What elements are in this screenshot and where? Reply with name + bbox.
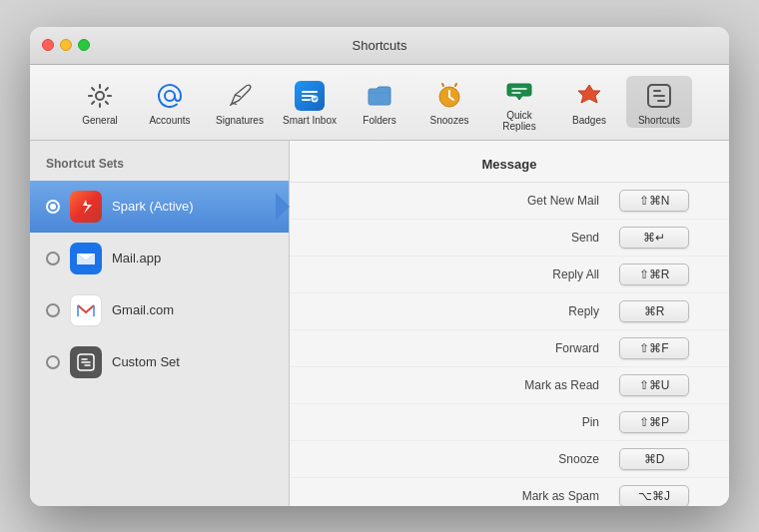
spark-app-icon bbox=[70, 191, 102, 223]
mailapp-app-icon bbox=[70, 243, 102, 274]
at-icon bbox=[154, 80, 186, 112]
shortcut-name: Pin bbox=[370, 415, 619, 429]
svg-point-2 bbox=[312, 96, 319, 103]
shortcut-row[interactable]: Get New Mail⇧⌘N bbox=[290, 183, 729, 220]
radio-mailapp[interactable] bbox=[46, 252, 60, 266]
shortcut-name: Reply bbox=[370, 304, 619, 318]
gmail-label: Gmail.com bbox=[112, 302, 174, 317]
shortcut-key[interactable]: ⇧⌘R bbox=[619, 264, 689, 285]
sidebar-item-spark[interactable]: Spark (Active) bbox=[30, 181, 289, 233]
minimize-button[interactable] bbox=[60, 39, 72, 51]
sidebar-item-custom[interactable]: Custom Set bbox=[30, 336, 289, 388]
toolbar-item-accounts[interactable]: Accounts bbox=[137, 76, 203, 128]
toolbar-item-quickreplies[interactable]: Quick Replies bbox=[486, 71, 552, 134]
shortcut-key[interactable]: ⌘D bbox=[619, 448, 689, 470]
radio-gmail[interactable] bbox=[46, 303, 60, 317]
shortcut-name: Snooze bbox=[370, 452, 619, 466]
badges-icon bbox=[573, 80, 605, 112]
traffic-lights bbox=[42, 39, 90, 51]
radio-custom[interactable] bbox=[46, 355, 60, 369]
window-title: Shortcuts bbox=[353, 38, 407, 53]
toolbar-label-folders: Folders bbox=[363, 115, 395, 126]
titlebar: Shortcuts bbox=[30, 27, 729, 65]
pen-icon bbox=[224, 80, 256, 112]
gear-icon bbox=[84, 80, 116, 112]
shortcut-row[interactable]: Mark as Spam⌥⌘J bbox=[290, 478, 729, 506]
toolbar-label-snoozes: Snoozes bbox=[430, 115, 469, 126]
toolbar-item-signatures[interactable]: Signatures bbox=[207, 76, 273, 128]
radio-spark[interactable] bbox=[46, 200, 60, 214]
shortcuts-list: Get New Mail⇧⌘NSend⌘↵Reply All⇧⌘RReply⌘R… bbox=[290, 183, 729, 506]
shortcut-row[interactable]: Snooze⌘D bbox=[290, 441, 729, 478]
toolbar-label-quickreplies: Quick Replies bbox=[490, 110, 548, 132]
shortcut-row[interactable]: Mark as Read⇧⌘U bbox=[290, 367, 729, 404]
spark-label: Spark (Active) bbox=[112, 199, 194, 214]
toolbar-label-smartinbox: Smart Inbox bbox=[283, 115, 337, 126]
sidebar: Shortcut Sets Spark (Active) bbox=[30, 141, 290, 506]
maximize-button[interactable] bbox=[78, 39, 90, 51]
close-button[interactable] bbox=[42, 39, 54, 51]
svg-point-0 bbox=[96, 92, 104, 100]
toolbar-label-shortcuts: Shortcuts bbox=[638, 115, 680, 126]
gmail-app-icon bbox=[70, 294, 102, 326]
shortcut-key[interactable]: ⌥⌘J bbox=[619, 485, 689, 506]
shortcut-row[interactable]: Send⌘↵ bbox=[290, 220, 729, 257]
main-panel: Message Get New Mail⇧⌘NSend⌘↵Reply All⇧⌘… bbox=[290, 141, 729, 506]
toolbar-item-badges[interactable]: Badges bbox=[556, 76, 622, 128]
shortcut-key[interactable]: ⇧⌘N bbox=[619, 190, 689, 212]
shortcut-key[interactable]: ⇧⌘P bbox=[619, 411, 689, 433]
toolbar-item-smartinbox[interactable]: Smart Inbox bbox=[277, 76, 343, 128]
toolbar-label-general: General bbox=[82, 115, 118, 126]
toolbar-label-badges: Badges bbox=[572, 115, 606, 126]
sidebar-header: Shortcut Sets bbox=[30, 157, 289, 181]
shortcut-key[interactable]: ⌘↵ bbox=[619, 227, 689, 249]
custom-app-icon bbox=[70, 346, 102, 378]
toolbar-item-snoozes[interactable]: Snoozes bbox=[416, 76, 482, 128]
shortcut-name: Reply All bbox=[370, 267, 619, 281]
shortcut-name: Get New Mail bbox=[370, 194, 619, 208]
shortcut-name: Mark as Spam bbox=[370, 489, 619, 503]
shortcut-row[interactable]: Pin⇧⌘P bbox=[290, 404, 729, 441]
toolbar-item-general[interactable]: General bbox=[67, 76, 133, 128]
sidebar-item-gmail[interactable]: Gmail.com bbox=[30, 284, 289, 336]
content-area: Shortcut Sets Spark (Active) bbox=[30, 141, 729, 506]
snooze-icon bbox=[433, 80, 465, 112]
shortcut-key[interactable]: ⇧⌘F bbox=[619, 337, 689, 359]
shortcut-key[interactable]: ⌘R bbox=[619, 300, 689, 322]
svg-point-1 bbox=[165, 91, 175, 101]
custom-label: Custom Set bbox=[112, 354, 180, 369]
sidebar-item-mailapp[interactable]: Mail.app bbox=[30, 233, 289, 284]
toolbar: General Accounts Signatures bbox=[30, 65, 729, 141]
shortcuts-icon bbox=[643, 80, 675, 112]
shortcut-row[interactable]: Forward⇧⌘F bbox=[290, 330, 729, 367]
shortcut-row[interactable]: Reply All⇧⌘R bbox=[290, 257, 729, 293]
toolbar-label-accounts: Accounts bbox=[149, 115, 190, 126]
toolbar-label-signatures: Signatures bbox=[216, 115, 264, 126]
toolbar-item-folders[interactable]: Folders bbox=[347, 76, 412, 128]
quick-replies-icon bbox=[503, 75, 535, 107]
mailapp-label: Mail.app bbox=[112, 251, 161, 266]
toolbar-item-shortcuts[interactable]: Shortcuts bbox=[626, 76, 692, 128]
shortcut-name: Send bbox=[370, 231, 619, 245]
shortcut-row[interactable]: Reply⌘R bbox=[290, 293, 729, 330]
shortcut-key[interactable]: ⇧⌘U bbox=[619, 374, 689, 396]
folder-icon bbox=[364, 80, 395, 112]
shortcut-name: Forward bbox=[370, 341, 619, 355]
main-window: Shortcuts General Accounts bbox=[30, 27, 729, 506]
smart-inbox-icon bbox=[294, 80, 326, 112]
section-title: Message bbox=[290, 141, 729, 183]
shortcut-name: Mark as Read bbox=[370, 378, 619, 392]
